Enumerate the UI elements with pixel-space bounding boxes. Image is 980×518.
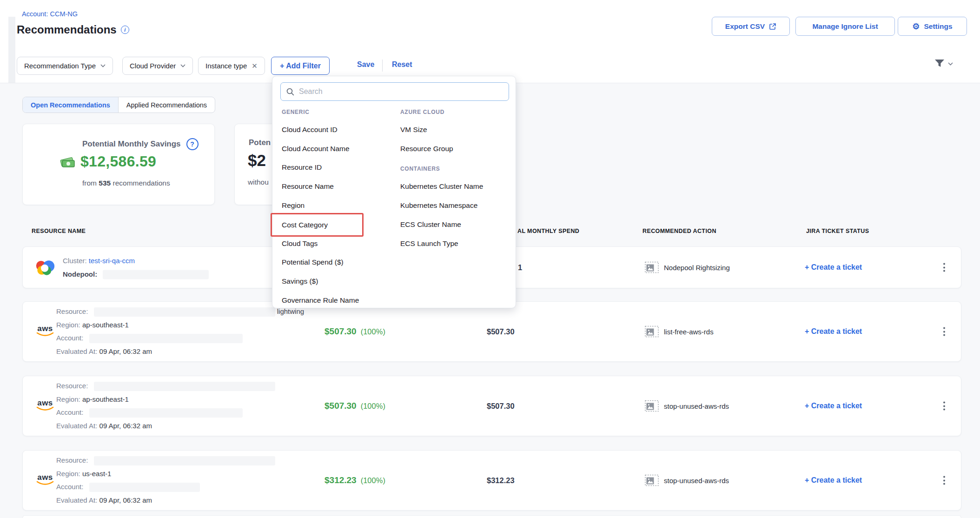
filter-option-kubernetes-namespace[interactable]: Kubernetes Namespace: [400, 200, 477, 211]
filter-option-vm-size[interactable]: VM Size: [400, 125, 427, 135]
add-filter-button[interactable]: + Add Filter: [271, 57, 330, 75]
filter-chip-recommendation-type[interactable]: Recommendation Type: [17, 57, 113, 75]
savings-count-line: from 535 recommendations: [82, 179, 170, 187]
redacted-value: [89, 334, 243, 343]
potential-savings-cell: $507.30 (100%): [324, 326, 385, 337]
potential-savings-cell: $507.30 (100%): [324, 401, 385, 411]
help-icon[interactable]: ?: [186, 138, 199, 150]
filter-option-potential-spend[interactable]: Potential Spend ($): [282, 257, 344, 267]
recommendation-count: 535: [99, 179, 111, 187]
row-menu-button[interactable]: [940, 399, 948, 413]
divider: [382, 60, 383, 72]
export-csv-button[interactable]: Export CSV: [712, 17, 790, 36]
total-spend-cell: $507.30: [487, 402, 515, 411]
filter-chip-cloud-provider[interactable]: Cloud Provider: [122, 57, 193, 75]
close-icon[interactable]: ✕: [252, 62, 258, 70]
aws-logo-icon: aws: [35, 400, 55, 412]
column-header-recommended-action: RECOMMENDED ACTION: [642, 228, 716, 234]
account-line: Account:: [56, 480, 275, 494]
broken-image-icon: [645, 475, 659, 486]
filter-option-resource-id[interactable]: Resource ID: [282, 162, 322, 173]
filter-option-ecs-cluster-name[interactable]: ECS Cluster Name: [400, 219, 461, 230]
filter-option-kubernetes-cluster-name[interactable]: Kubernetes Cluster Name: [400, 181, 483, 192]
broken-image-icon: [645, 262, 659, 273]
column-header-jira-ticket-status: JIRA TICKET STATUS: [806, 228, 869, 234]
create-ticket-link[interactable]: + Create a ticket: [805, 263, 862, 272]
row-menu-button[interactable]: [940, 260, 948, 275]
search-input[interactable]: [299, 87, 503, 96]
dropdown-search[interactable]: [280, 82, 509, 101]
row-menu-button[interactable]: [940, 325, 948, 339]
filter-option-cloud-tags[interactable]: Cloud Tags: [282, 239, 318, 249]
manage-ignore-list-button[interactable]: Manage Ignore List: [795, 17, 895, 36]
info-icon[interactable]: i: [121, 26, 129, 34]
add-filter-dropdown: GENERIC Cloud Account ID Cloud Account N…: [272, 76, 516, 308]
filter-option-ecs-launch-type[interactable]: ECS Launch Type: [400, 239, 458, 249]
tab-applied-recommendations[interactable]: Applied Recommendations: [119, 97, 215, 113]
redacted-value: [94, 382, 275, 391]
funnel-icon: [934, 59, 946, 68]
reset-filter-link[interactable]: Reset: [392, 60, 412, 69]
filter-option-cost-category[interactable]: Cost Category: [282, 220, 328, 230]
resource-line: Resource: lightwing: [56, 305, 304, 319]
create-ticket-link[interactable]: + Create a ticket: [805, 327, 862, 336]
evaluated-line: Evaluated At: 09 Apr, 06:32 am: [56, 419, 275, 433]
evaluated-line: Evaluated At: 09 Apr, 06:32 am: [56, 494, 275, 507]
filter-option-resource-name[interactable]: Resource Name: [282, 181, 334, 192]
aws-logo-icon: aws: [35, 325, 55, 338]
account-line: Account:: [56, 406, 275, 419]
tab-open-recommendations[interactable]: Open Recommendations: [23, 97, 119, 113]
total-spend-partial: 1: [518, 263, 522, 272]
search-icon: [286, 88, 294, 96]
gcp-logo-icon: [35, 259, 55, 275]
filter-option-cloud-account-id[interactable]: Cloud Account ID: [282, 125, 338, 135]
page-title: Recommendations i: [17, 23, 129, 36]
chevron-down-icon: [100, 64, 106, 67]
aws-logo-icon: aws: [35, 474, 55, 486]
cluster-name-link[interactable]: test-sri-qa-ccm: [89, 257, 135, 265]
recommended-action-label: list-free-aws-rds: [664, 328, 714, 336]
cluster-line: Cluster: test-sri-qa-ccm: [63, 254, 209, 268]
total-spend-cell: $312.23: [487, 476, 515, 485]
resource-line: Resource:: [56, 379, 275, 393]
column-header-total-monthly-spend-partial: AL MONTHLY SPEND: [517, 228, 579, 234]
filter-option-cloud-account-name[interactable]: Cloud Account Name: [282, 144, 350, 154]
filter-chip-instance-type[interactable]: Instance type ✕: [198, 57, 265, 75]
section-header-azure-cloud: AZURE CLOUD: [400, 109, 444, 115]
table-row[interactable]: aws Resource: lightwing Region: ap-south…: [22, 301, 961, 362]
filter-option-savings[interactable]: Savings ($): [282, 276, 318, 286]
region-line: Region: ap-southeast-1: [56, 393, 275, 406]
redacted-value: [94, 307, 275, 317]
table-row[interactable]: aws Resource: Region: us-east-1 Account:…: [22, 450, 961, 511]
next-row-edge: [22, 515, 961, 518]
row-menu-button[interactable]: [940, 473, 948, 488]
nodepool-line: Nodepool:: [63, 267, 209, 281]
potential-monthly-savings-card: Potential Monthly Savings ? $12,586.59 f…: [22, 124, 215, 205]
save-filter-link[interactable]: Save: [357, 60, 374, 69]
redacted-value: [89, 483, 200, 492]
redacted-value: [89, 408, 243, 418]
filter-option-resource-group[interactable]: Resource Group: [400, 144, 453, 154]
broken-image-icon: [645, 326, 659, 338]
account-line: Account:: [56, 332, 304, 345]
recommendations-page: Account: CCM-NG Recommendations i Export…: [0, 0, 980, 518]
redacted-value: [103, 270, 209, 279]
spend-card-title-partial: Poten: [249, 138, 271, 147]
create-ticket-link[interactable]: + Create a ticket: [805, 476, 862, 485]
external-link-icon: [769, 23, 776, 30]
chevron-down-icon: [180, 64, 185, 67]
recommended-action-label: Nodepool Rightsizing: [664, 264, 730, 272]
evaluated-line: Evaluated At: 09 Apr, 06:32 am: [56, 345, 304, 359]
filter-option-region[interactable]: Region: [282, 200, 305, 211]
resource-line: Resource:: [56, 454, 275, 467]
filter-panel-toggle[interactable]: [934, 59, 953, 68]
table-row[interactable]: aws Resource: Region: ap-southeast-1 Acc…: [22, 376, 961, 436]
recommendations-tabs: Open Recommendations Applied Recommendat…: [22, 97, 215, 113]
savings-amount: $12,586.59: [80, 153, 156, 170]
settings-button[interactable]: ⚙ Settings: [898, 17, 967, 36]
create-ticket-link[interactable]: + Create a ticket: [805, 402, 862, 410]
redacted-value: [94, 456, 275, 465]
filter-option-governance-rule-name[interactable]: Governance Rule Name: [282, 295, 359, 305]
breadcrumb[interactable]: Account: CCM-NG: [22, 10, 78, 18]
spend-subtext-partial: withou: [248, 178, 269, 186]
